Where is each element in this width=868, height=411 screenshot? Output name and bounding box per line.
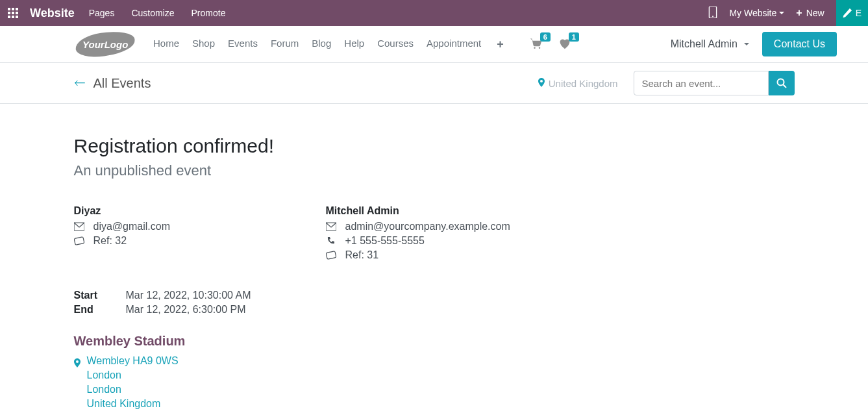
map-pin-icon [74,355,81,370]
site-logo[interactable]: YourLogo [75,32,135,56]
top-bar-left: Website Pages Customize Promote [8,6,228,20]
search-icon [776,78,787,88]
venue-line[interactable]: Wembley HA9 0WS [87,355,179,367]
venue-address: Wembley HA9 0WS London London United Kin… [74,355,795,410]
venue-name: Wembley Stadium [74,334,795,349]
map-pin-icon [538,78,545,89]
svg-point-4 [777,79,784,86]
back-label: All Events [93,76,151,91]
attendee-card: Diyaz diya@gmail.com Ref: 32 [74,205,295,264]
wishlist-count-badge: 1 [569,32,579,42]
end-label: End [74,304,126,316]
location-label: United Kingdom [549,78,618,89]
new-button[interactable]: + New [796,7,824,19]
plus-icon: + [796,7,802,19]
caret-down-icon [779,12,784,14]
menu-customize[interactable]: Customize [129,8,177,18]
schedule: Start Mar 12, 2022, 10:30:00 AM End Mar … [74,290,795,316]
nav-forum[interactable]: Forum [271,38,299,51]
venue-line[interactable]: London [87,384,179,395]
sub-bar: 🡐 All Events United Kingdom [0,63,868,104]
start-value: Mar 12, 2022, 10:30:00 AM [126,290,251,301]
menu-pages[interactable]: Pages [86,8,118,18]
search-input[interactable] [634,71,769,95]
schedule-start-row: Start Mar 12, 2022, 10:30:00 AM [74,290,795,301]
page-title: Registration confirmed! [74,135,795,157]
new-label: New [806,8,825,18]
top-bar-right: My Website + New E [708,0,860,26]
nav-home[interactable]: Home [153,38,179,51]
menu-promote[interactable]: Promote [189,8,229,18]
edit-button[interactable]: E [836,0,868,26]
attendees: Diyaz diya@gmail.com Ref: 32 Mitchell Ad… [74,205,795,264]
envelope-icon [326,222,336,231]
svg-point-2 [534,47,536,49]
attendee-name: Diyaz [74,205,295,217]
cart-count-badge: 6 [540,32,551,42]
attendee-ref: Ref: 31 [345,249,379,261]
pencil-icon [843,8,852,18]
nav-events[interactable]: Events [228,38,258,51]
back-all-events[interactable]: 🡐 All Events [74,76,151,91]
attendee-email: admin@yourcompany.example.com [345,221,510,232]
attendee-ref: Ref: 32 [93,235,127,247]
attendee-email-row: diya@gmail.com [74,221,295,232]
nav-add-icon[interactable]: + [497,38,504,51]
start-label: Start [74,290,126,301]
logo-text: YourLogo [82,39,128,50]
attendee-email-row: admin@yourcompany.example.com [326,221,547,232]
svg-point-3 [539,47,541,49]
attendee-email: diya@gmail.com [93,221,171,232]
attendee-ref-row: Ref: 31 [326,249,547,261]
mobile-preview-icon[interactable] [708,6,717,20]
nav-help[interactable]: Help [344,38,364,51]
envelope-icon [74,222,84,231]
svg-point-1 [712,16,713,17]
end-value: Mar 12, 2022, 6:30:00 PM [126,304,246,316]
ticket-icon [74,236,84,245]
nav-shop[interactable]: Shop [192,38,215,51]
page-subtitle: An unpublished event [74,162,795,179]
attendee-card: Mitchell Admin admin@yourcompany.example… [326,205,547,264]
app-title[interactable]: Website [30,6,75,20]
cart-button[interactable]: 6 [530,38,543,51]
phone-icon [326,236,336,245]
schedule-end-row: End Mar 12, 2022, 6:30:00 PM [74,304,795,316]
svg-rect-6 [74,237,84,245]
search-button[interactable] [769,71,795,95]
user-menu[interactable]: Mitchell Admin [671,38,749,50]
content: Registration confirmed! An unpublished e… [64,104,804,411]
nav-links: Home Shop Events Forum Blog Help Courses… [153,38,504,51]
nav-appointment[interactable]: Appointment [427,38,481,51]
caret-down-icon [744,43,749,45]
attendee-ref-row: Ref: 32 [74,235,295,247]
svg-rect-7 [326,251,336,260]
venue-line[interactable]: United Kingdom [87,398,179,410]
nav-courses[interactable]: Courses [377,38,414,51]
venue-lines: Wembley HA9 0WS London London United Kin… [87,355,179,410]
my-website-dropdown[interactable]: My Website [729,8,784,18]
location-filter[interactable]: United Kingdom [538,78,618,89]
svg-line-5 [783,85,786,88]
nav-icons: 6 1 [530,38,571,51]
user-name: Mitchell Admin [671,38,738,50]
venue-line[interactable]: London [87,369,179,381]
nav-right: Mitchell Admin Contact Us [671,32,837,56]
edit-label: E [856,8,862,18]
attendee-phone-row: +1 555-555-5555 [326,235,547,247]
my-website-label: My Website [729,8,776,18]
apps-icon[interactable] [8,8,18,18]
ticket-icon [326,251,336,260]
attendee-phone: +1 555-555-5555 [345,235,425,247]
site-nav: YourLogo Home Shop Events Forum Blog Hel… [0,26,868,63]
attendee-name: Mitchell Admin [326,205,547,217]
arrow-left-icon: 🡐 [74,77,86,90]
wishlist-button[interactable]: 1 [558,38,571,51]
top-bar: Website Pages Customize Promote My Websi… [0,0,868,26]
search-group [634,71,795,95]
contact-us-button[interactable]: Contact Us [762,32,837,56]
nav-blog[interactable]: Blog [312,38,331,51]
